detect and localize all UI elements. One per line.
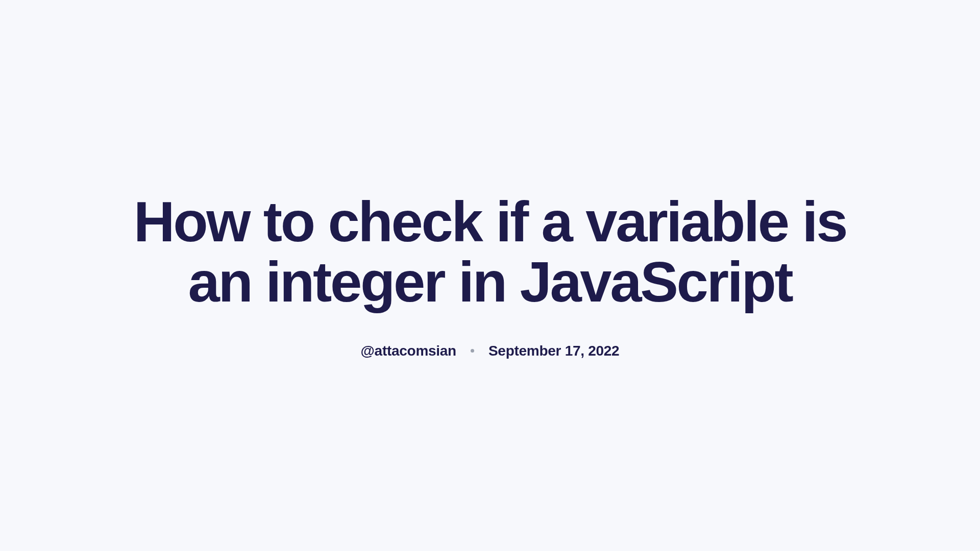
article-header: How to check if a variable is an integer… — [133, 192, 847, 359]
article-title: How to check if a variable is an integer… — [133, 192, 847, 312]
article-meta: @attacomsian September 17, 2022 — [361, 343, 620, 359]
separator-icon — [471, 349, 474, 353]
article-author: @attacomsian — [361, 343, 456, 359]
article-date: September 17, 2022 — [488, 343, 619, 359]
